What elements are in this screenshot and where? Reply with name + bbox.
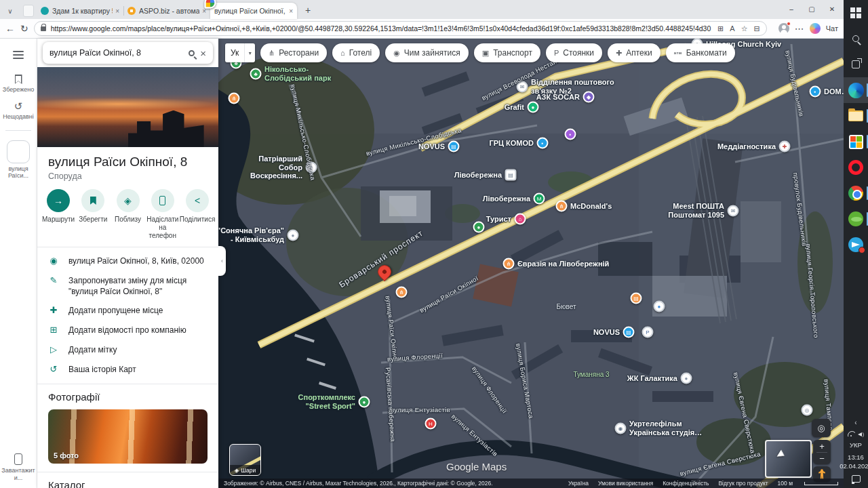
mcdonalds-label: McDonald's xyxy=(570,202,612,211)
lock-icon[interactable] xyxy=(41,26,46,31)
chip-transit[interactable]: ▣Транспорт xyxy=(474,43,540,62)
imagery-attribution: Зображення: © Airbus, CNES / Airbus, Max… xyxy=(224,480,493,487)
search-icon[interactable] xyxy=(189,50,195,56)
wifi-icon[interactable] xyxy=(848,431,855,436)
chip-parking[interactable]: PСтоянки xyxy=(546,43,602,62)
search-input[interactable] xyxy=(50,48,183,58)
taskbar-search-button[interactable] xyxy=(844,26,868,52)
url-text: https://www.google.com/maps/place/вулиця… xyxy=(51,24,711,33)
clock[interactable]: 13:16 02.04.2026 xyxy=(840,453,868,470)
tab-search-button[interactable]: ∨ xyxy=(3,4,18,18)
clear-search-icon[interactable]: × xyxy=(200,47,206,59)
chip-atms[interactable]: атмБанкомати xyxy=(666,43,735,62)
back-button[interactable]: ← xyxy=(5,24,15,33)
chip-pharmacies[interactable]: ✚Аптеки xyxy=(608,43,660,62)
tab-close-icon[interactable]: × xyxy=(289,7,293,15)
rail-item-current-place[interactable]: вулиця Раїси... xyxy=(1,140,36,180)
chip-hotels[interactable]: ⌂Готелі xyxy=(332,43,380,62)
start-button[interactable] xyxy=(844,0,868,26)
maps-app: Збережено ↺ Нещодавні вулиця Раїси... За… xyxy=(0,39,844,488)
bookmark-icon xyxy=(90,197,96,205)
share-button[interactable]: <Поділитися xyxy=(180,189,214,240)
map-canvas[interactable]: ♣♣Нікольсько-Слобідський парк⋔†Патріарши… xyxy=(218,39,844,488)
minimap-preview[interactable] xyxy=(765,440,812,478)
chip-restaurants[interactable]: ⋔Ресторани xyxy=(260,43,327,62)
photos-card[interactable]: 5 фото xyxy=(48,409,208,464)
zoom-in-button[interactable]: + xyxy=(813,441,831,452)
link-terms[interactable]: Умови використання xyxy=(598,480,653,487)
park-label: Нікольсько-Слобідський парк xyxy=(264,65,344,82)
pinned-tab[interactable] xyxy=(23,5,34,17)
novus-north-label: NOVUS xyxy=(418,142,445,151)
keyboard-language[interactable]: УКР xyxy=(850,441,862,449)
maximize-button[interactable]: ▢ xyxy=(802,0,822,18)
profile-avatar[interactable] xyxy=(778,23,789,34)
url-field[interactable]: https://www.google.com/maps/place/вулиця… xyxy=(34,21,767,36)
tab-apartment[interactable]: Здам 1к квартиру 53м2 з зонува × xyxy=(37,3,123,19)
favorite-star-icon[interactable]: ☆ xyxy=(741,24,748,33)
directions-button[interactable]: →Маршрути xyxy=(41,189,75,240)
task-view-button[interactable] xyxy=(844,52,868,77)
tab-maps-active[interactable]: вулиця Раїси Окіпної, 8 – Карти × xyxy=(210,3,297,19)
add-label-row[interactable]: ▷Додати мітку xyxy=(37,340,218,360)
tab-close-icon[interactable]: × xyxy=(115,7,119,15)
send-to-phone-button[interactable]: Надіслати на телефон xyxy=(146,189,180,240)
notification-center-icon[interactable] xyxy=(852,475,861,483)
restaurant-1-icon: ⋔ xyxy=(229,93,240,104)
split-screen-icon[interactable]: ⊞ xyxy=(717,24,724,33)
new-tab-button[interactable]: + xyxy=(301,3,315,17)
taskbar-telegram[interactable] xyxy=(844,232,868,258)
address-icon: ◉ xyxy=(48,256,59,267)
minimize-button[interactable]: – xyxy=(781,0,802,18)
taskbar-green-app[interactable] xyxy=(844,206,868,232)
taskbar-opera[interactable] xyxy=(844,155,868,180)
rail-item-saved[interactable]: Збережено xyxy=(1,75,36,93)
rail-place-label: вулиця Раїси... xyxy=(1,165,36,180)
taskbar-file-explorer[interactable] xyxy=(844,103,868,129)
ukrtelefilm-icon: ◉ xyxy=(615,423,627,434)
search-box[interactable]: × xyxy=(43,42,213,64)
chip-things-to-do[interactable]: ◉Чим зайнятися xyxy=(385,43,469,62)
save-button[interactable]: Зберегти xyxy=(76,189,110,240)
museum-icon: ▪ xyxy=(565,129,576,140)
novus-north-icon: ▤ xyxy=(448,141,460,152)
phone-icon xyxy=(159,196,165,205)
panel-collapse-button[interactable]: ‹ xyxy=(218,246,226,276)
read-aloud-icon[interactable]: A xyxy=(730,24,734,33)
things-to-do-icon: ◉ xyxy=(393,49,400,58)
suggest-edit-row[interactable]: ✎Запропонувати зміну для місця "вулиця Р… xyxy=(37,271,218,301)
rail-item-recents[interactable]: ↺ Нещодавні xyxy=(1,101,36,120)
rail-item-download[interactable]: Завантажити... xyxy=(1,453,36,481)
maps-history-row[interactable]: ↺Ваша історія Карт xyxy=(37,360,218,380)
nearby-button[interactable]: ◈Поблизу xyxy=(111,189,145,240)
layers-button[interactable]: ◈Шари xyxy=(229,444,261,476)
tab-aspo[interactable]: ASPO.biz - автоматизований сер × xyxy=(123,3,210,19)
grid-app-icon xyxy=(849,135,863,149)
tray-time: 13:16 xyxy=(848,453,864,461)
tumanyana-label: Туманяна 3 xyxy=(573,371,609,378)
taskbar-chrome[interactable] xyxy=(844,180,868,206)
azk-socar-icon: ◆ xyxy=(583,92,595,103)
place-hero-photo[interactable] xyxy=(37,67,218,147)
collections-icon[interactable]: ⊟ xyxy=(754,24,760,33)
my-location-button[interactable]: ◎ xyxy=(812,419,831,437)
zoom-out-button[interactable]: − xyxy=(813,453,831,464)
suggest-edit-icon: ✎ xyxy=(48,275,59,287)
refresh-button[interactable]: ↻ xyxy=(20,24,28,33)
tray-expand-chevron[interactable]: ‹ xyxy=(854,419,856,426)
close-button[interactable]: ✕ xyxy=(822,0,842,18)
taskbar-edge[interactable] xyxy=(844,77,868,103)
link-feedback[interactable]: Відгук про продукт xyxy=(718,480,768,487)
more-menu-icon[interactable]: ⋯ xyxy=(795,24,804,33)
menu-hamburger-icon[interactable] xyxy=(13,49,24,61)
map-scale-bar xyxy=(804,482,838,485)
link-privacy[interactable]: Конфіденційність xyxy=(663,480,709,487)
link-country[interactable]: Україна xyxy=(568,480,589,487)
add-business-row[interactable]: ⊞Додати відомості про компанію xyxy=(37,321,218,340)
address-row[interactable]: ◉вулиця Раїси Окіпної, 8, Київ, 02000 xyxy=(37,251,218,271)
volume-icon[interactable]: ) xyxy=(858,432,864,436)
taskbar-office-app[interactable] xyxy=(844,129,868,155)
add-place-row[interactable]: ✚Додати пропущене місце xyxy=(37,301,218,321)
copilot-icon[interactable] xyxy=(810,23,821,34)
input-language-button[interactable]: Ук ▾ xyxy=(225,43,255,62)
